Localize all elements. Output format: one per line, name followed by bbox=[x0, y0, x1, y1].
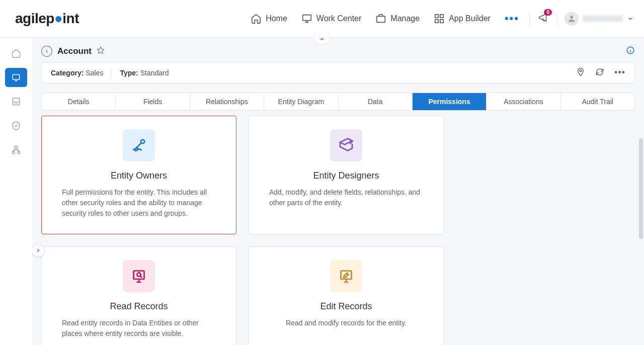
tab-entity-diagram[interactable]: Entity Diagram bbox=[264, 93, 338, 110]
key-hand-icon bbox=[123, 129, 155, 161]
nav-home[interactable]: Home bbox=[251, 13, 287, 24]
tab-details[interactable]: Details bbox=[42, 93, 116, 110]
topnav-right: 0 bbox=[529, 12, 634, 26]
card-description: Read and modify records for the entity. bbox=[269, 318, 423, 328]
page-title: Account bbox=[57, 46, 92, 56]
meta-category-value: Sales bbox=[86, 69, 103, 77]
home-icon bbox=[251, 13, 262, 24]
tab-permissions[interactable]: Permissions bbox=[413, 93, 487, 110]
monitor-icon bbox=[11, 72, 21, 82]
search-board-icon bbox=[123, 260, 155, 292]
top-navigation: agilep●int Home Work Center Manage App B… bbox=[0, 0, 644, 38]
sidebar-item-home[interactable] bbox=[5, 44, 27, 63]
svg-rect-4 bbox=[435, 20, 438, 23]
scrollbar[interactable] bbox=[639, 138, 643, 239]
tab-associations[interactable]: Associations bbox=[487, 93, 560, 110]
monitor-icon bbox=[301, 13, 312, 24]
svg-point-12 bbox=[580, 70, 582, 72]
locate-button[interactable] bbox=[576, 67, 585, 78]
permission-card-entity-designers[interactable]: Entity DesignersAdd, modify, and delete … bbox=[249, 116, 444, 234]
back-button[interactable] bbox=[41, 46, 52, 57]
refresh-icon bbox=[595, 67, 604, 76]
svg-rect-16 bbox=[341, 271, 352, 280]
nav-more[interactable]: ••• bbox=[505, 12, 519, 25]
star-icon bbox=[97, 46, 105, 54]
svg-rect-3 bbox=[440, 15, 443, 18]
location-icon bbox=[576, 67, 585, 76]
tab-data[interactable]: Data bbox=[339, 93, 413, 110]
meta-type-label: Type: bbox=[120, 69, 138, 77]
permission-card-edit-records[interactable]: Edit RecordsRead and modify records for … bbox=[249, 246, 444, 345]
house-icon bbox=[11, 48, 21, 58]
permission-card-read-records[interactable]: Read RecordsRead entity records in Data … bbox=[41, 246, 236, 345]
edit-board-icon bbox=[330, 260, 362, 292]
notification-badge: 0 bbox=[544, 9, 552, 16]
inbox-icon bbox=[11, 97, 21, 107]
info-button[interactable] bbox=[626, 46, 635, 57]
info-icon bbox=[626, 46, 635, 55]
meta-category-label: Category: bbox=[51, 69, 84, 77]
tab-audit-trail[interactable]: Audit Trail bbox=[561, 93, 634, 110]
card-title: Edit Records bbox=[269, 301, 423, 312]
sidebar-item-inbox[interactable] bbox=[5, 92, 27, 111]
tabs: DetailsFieldsRelationshipsEntity Diagram… bbox=[41, 93, 635, 111]
meta-bar: Category: Sales Type: Standard ••• bbox=[41, 62, 635, 83]
nav-app-builder[interactable]: App Builder bbox=[434, 13, 491, 24]
card-description: Full permissions for the entity. This in… bbox=[62, 187, 216, 219]
nav-home-label: Home bbox=[266, 14, 287, 23]
main-content: Account Category: Sales Type: Standard bbox=[32, 38, 644, 345]
user-menu[interactable] bbox=[557, 12, 634, 26]
sidebar-item-security[interactable] bbox=[5, 116, 27, 135]
card-description: Read entity records in Data Entities or … bbox=[62, 318, 216, 339]
nav-app-builder-label: App Builder bbox=[449, 14, 491, 23]
svg-point-15 bbox=[137, 273, 141, 277]
tab-fields[interactable]: Fields bbox=[116, 93, 190, 110]
nav-work-center-label: Work Center bbox=[316, 14, 362, 23]
svg-rect-5 bbox=[440, 20, 443, 23]
meta-category: Category: Sales bbox=[51, 69, 103, 77]
sidebar bbox=[0, 38, 32, 345]
svg-point-6 bbox=[570, 16, 573, 19]
grid-icon bbox=[434, 13, 445, 24]
permission-card-entity-owners[interactable]: Entity OwnersFull permissions for the en… bbox=[41, 116, 236, 234]
tab-relationships[interactable]: Relationships bbox=[190, 93, 264, 110]
page-header: Account bbox=[41, 46, 635, 57]
logo-text-pre: agilep bbox=[15, 11, 54, 26]
logo[interactable]: agilep●int bbox=[15, 11, 79, 27]
expand-sidebar-button[interactable] bbox=[32, 244, 45, 257]
cards-scroll[interactable]: Entity OwnersFull permissions for the en… bbox=[41, 116, 635, 345]
arrow-left-icon bbox=[44, 48, 50, 54]
notifications-button[interactable]: 0 bbox=[538, 12, 549, 25]
nav-manage[interactable]: Manage bbox=[375, 13, 420, 24]
sidebar-item-entities[interactable] bbox=[5, 68, 27, 87]
chevron-down-icon bbox=[627, 15, 634, 22]
sidebar-item-hierarchy[interactable] bbox=[5, 140, 27, 159]
chevron-up-icon bbox=[319, 36, 325, 42]
card-title: Entity Designers bbox=[269, 170, 423, 181]
refresh-button[interactable] bbox=[595, 67, 604, 78]
cards-grid: Entity OwnersFull permissions for the en… bbox=[41, 116, 631, 345]
design-icon bbox=[330, 129, 362, 161]
avatar bbox=[565, 12, 579, 26]
shield-icon bbox=[11, 121, 21, 131]
card-title: Read Records bbox=[62, 301, 216, 312]
svg-rect-9 bbox=[13, 151, 15, 153]
topnav-items: Home Work Center Manage App Builder ••• bbox=[251, 12, 519, 25]
card-description: Add, modify, and delete fields, relation… bbox=[269, 187, 423, 208]
logo-dot: ● bbox=[54, 11, 62, 26]
nav-manage-label: Manage bbox=[390, 14, 420, 23]
svg-rect-0 bbox=[303, 15, 311, 21]
meta-type: Type: Standard bbox=[120, 69, 169, 77]
collapse-topnav-button[interactable] bbox=[314, 34, 330, 44]
person-icon bbox=[567, 14, 576, 23]
svg-rect-7 bbox=[13, 74, 19, 79]
svg-rect-10 bbox=[18, 151, 20, 153]
card-title: Entity Owners bbox=[62, 170, 216, 181]
hierarchy-icon bbox=[11, 145, 21, 155]
nav-work-center[interactable]: Work Center bbox=[301, 13, 362, 24]
svg-point-13 bbox=[141, 140, 145, 144]
username bbox=[583, 15, 623, 22]
favorite-button[interactable] bbox=[97, 46, 105, 56]
more-actions-button[interactable]: ••• bbox=[614, 67, 625, 78]
chevron-right-icon bbox=[35, 247, 41, 253]
